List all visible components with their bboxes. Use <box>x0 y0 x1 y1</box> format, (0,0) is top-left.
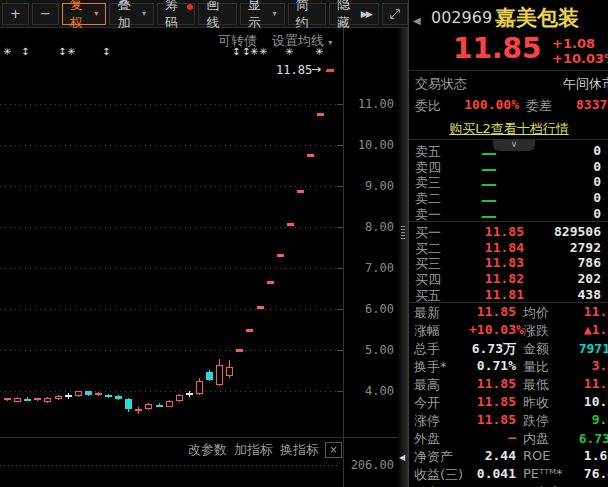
candle-body <box>156 405 163 407</box>
stat-value: 11.85 <box>561 376 608 391</box>
price-axis-label: 4.00 <box>342 384 394 398</box>
candle-body <box>176 395 183 401</box>
arrow-right-icon: → <box>311 62 321 76</box>
stock-code: 002969 <box>431 8 492 27</box>
updown-arrow-marker-icon: ↕ <box>232 46 240 57</box>
stats-row: 换手*0.71%量比3.02 <box>409 358 608 376</box>
draw-line-button[interactable]: 画线 <box>198 3 237 25</box>
buy-queue-row[interactable]: 买五11.81438 <box>409 287 608 303</box>
overlay-label: 叠加 <box>117 0 139 32</box>
chevron-down-icon: ▾ <box>272 9 276 18</box>
price-axis-label: 10.00 <box>342 138 394 152</box>
chart-toolbar: + − 复权▾ 叠加▾ 筹码 画线 显示▾ 简约 隐藏▶▶ ⤢ <box>0 0 408 28</box>
gridline <box>0 268 336 269</box>
overlay-dropdown[interactable]: 叠加▾ <box>109 3 154 25</box>
stat-value: 6.73万 <box>561 430 608 448</box>
buy-queue-row[interactable]: 买三11.83786 <box>409 255 608 271</box>
stat-value: 11.85 <box>469 304 516 319</box>
gridline <box>0 309 336 310</box>
sell-queue-row[interactable]: 卖四—0 <box>409 159 608 175</box>
stat-label: PEᵀᵀᴹ* <box>523 466 563 481</box>
queue-volume: 786 <box>529 255 601 270</box>
stat-label: 最高 <box>414 376 440 394</box>
candle-body <box>24 399 31 401</box>
gridline <box>0 186 336 187</box>
red-dot-badge <box>187 4 193 10</box>
stat-label: 收益(三) <box>414 466 463 484</box>
trade-status-value: 午间休市 <box>484 75 608 93</box>
candle-body <box>34 398 41 400</box>
divider <box>409 70 608 71</box>
chevron-down-icon: ▾ <box>94 9 98 18</box>
last-price-annotation: 11.85 <box>276 63 312 77</box>
gridline <box>0 145 336 146</box>
queue-price: 11.81 <box>454 287 524 302</box>
stock-name: 嘉美包装 <box>495 4 579 32</box>
gridline <box>0 104 336 105</box>
hide-toolbar-button[interactable]: 隐藏▶▶ <box>329 3 379 25</box>
splitter-collapse-icon[interactable]: ◀ <box>399 453 405 462</box>
price-change-pct: +10.03% <box>552 51 608 66</box>
close-indicator-icon[interactable]: × <box>325 442 342 458</box>
weibi-value: 100.00% <box>449 97 519 112</box>
zoom-out-button[interactable]: − <box>32 3 59 25</box>
stat-label: 均价 <box>523 304 549 322</box>
stat-value: 2.44 <box>469 448 516 463</box>
updown-arrow-marker-icon: ↕ <box>21 46 29 57</box>
double-chevron-right-icon: ▶▶ <box>361 9 371 19</box>
fullscreen-icon: ⤢ <box>390 6 400 22</box>
display-dropdown[interactable]: 显示▾ <box>240 3 285 25</box>
stats-row: 最新11.85均价11.85 <box>409 304 608 322</box>
stat-label: 总手 <box>414 340 440 358</box>
divider <box>409 221 608 222</box>
buy-queue-row[interactable]: 买二11.842792 <box>409 240 608 256</box>
limit-up-board-candle <box>277 254 284 257</box>
fullscreen-button[interactable]: ⤢ <box>382 3 408 25</box>
add-indicator-link[interactable]: 加指标 <box>234 441 273 459</box>
weibi-row: 委比 100.00% 委差 833724 <box>409 97 608 115</box>
limit-up-board-candle <box>287 223 294 226</box>
stat-value: 9.69 <box>561 412 608 427</box>
queue-price: 11.82 <box>454 271 524 286</box>
sell-queue-row[interactable]: 卖五—0 <box>409 143 608 159</box>
candlestick-chart[interactable]: 可转债 设置均线 ▾ 11.0010.009.008.007.006.005.0… <box>0 28 398 487</box>
stat-value: 11.85 <box>561 304 608 319</box>
buy-queue-row[interactable]: 买一11.85829506 <box>409 224 608 240</box>
candle-body <box>105 395 112 397</box>
candle-body <box>95 393 102 395</box>
price-change-block: +1.08 +10.03% <box>552 36 608 66</box>
volume-axis-label: 206.00 <box>342 458 394 472</box>
quote-panel: ◀ 002969 嘉美包装 11.85 +1.08 +10.03% 交易状态 午… <box>408 0 608 487</box>
stat-value: 10.77 <box>561 394 608 409</box>
simple-mode-button[interactable]: 简约 <box>288 3 327 25</box>
buy-queue-row[interactable]: 买四11.82202 <box>409 271 608 287</box>
buy-l2-link[interactable]: 购买L2查看十档行情 <box>409 120 608 138</box>
panel-collapse-icon[interactable]: ◀ <box>413 15 421 26</box>
gridline <box>0 350 336 351</box>
panel-splitter[interactable]: ◀ <box>398 28 408 487</box>
stats-row: 净资产2.44ROE1.62% <box>409 448 608 466</box>
zoom-in-button[interactable]: + <box>2 3 29 25</box>
candle-body <box>115 396 122 399</box>
adjust-price-dropdown[interactable]: 复权▾ <box>62 3 107 25</box>
switch-indicator-link[interactable]: 换指标 <box>280 441 319 459</box>
sell-queue-row[interactable]: 卖二—0 <box>409 190 608 206</box>
limit-up-board-candle <box>307 154 314 157</box>
chips-label: 筹码 <box>165 0 188 32</box>
stat-value: ▲1.08 <box>561 322 608 337</box>
event-star-marker-icon: ✳ <box>250 46 258 57</box>
chips-button[interactable]: 筹码 <box>157 3 196 25</box>
queue-volume: 438 <box>529 287 601 302</box>
edit-params-link[interactable]: 改参数 <box>188 441 227 459</box>
sell-queue-row[interactable]: 卖三—0 <box>409 174 608 190</box>
event-star-marker-icon: ✳ <box>315 46 323 57</box>
stat-value: 0.71% <box>469 358 516 373</box>
candle-body <box>196 381 203 394</box>
splitter-grip-icon[interactable] <box>401 226 405 240</box>
candle-body <box>85 391 92 395</box>
candle-body <box>186 393 193 395</box>
stat-label: ROE <box>523 448 550 463</box>
candle-body <box>216 365 223 385</box>
candle-body <box>4 398 11 400</box>
sell-queue-row[interactable]: 卖一—0 <box>409 206 608 222</box>
